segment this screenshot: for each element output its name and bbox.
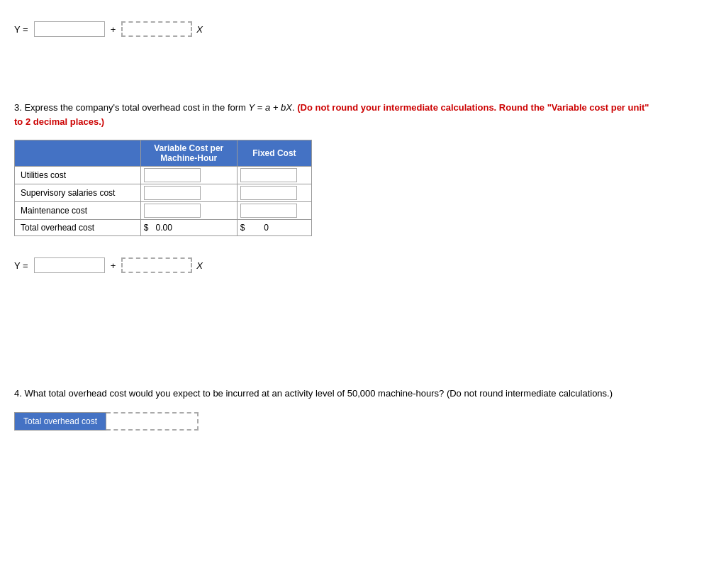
eq2-input2[interactable] <box>121 257 192 273</box>
eq2-label: Y = <box>14 260 28 271</box>
section4: 4. What total overhead cost would you ex… <box>14 387 712 431</box>
th-var-line1: Variable Cost per <box>147 143 231 153</box>
equation1-row: Y = + X <box>14 21 712 37</box>
utilities-var-input[interactable] <box>144 168 201 182</box>
row-utilities-label: Utilities cost <box>15 167 141 184</box>
question3-text: 3. Express the company's total overhead … <box>14 101 652 128</box>
eq2-x-label: X <box>196 260 203 271</box>
th-var-line2: Machine-Hour <box>147 153 231 163</box>
th-fixed-cost: Fixed Cost <box>237 140 311 167</box>
row-total-var-cell: $ 0.00 <box>140 220 237 236</box>
total-overhead-row: Total overhead cost <box>14 412 712 431</box>
q4-text: 4. What total overhead cost would you ex… <box>14 387 652 401</box>
total-fixed-value: 0 <box>247 223 269 233</box>
row-maintenance-label: Maintenance cost <box>15 202 141 220</box>
row-maintenance-fixed-cell <box>237 202 311 220</box>
supervisory-fixed-input[interactable] <box>240 186 297 200</box>
total-var-value: 0.00 <box>151 223 172 233</box>
table-row-utilities: Utilities cost <box>15 167 312 184</box>
row-total-fixed-cell: $ 0 <box>237 220 311 236</box>
eq1-x-label: X <box>196 24 203 35</box>
row-supervisory-fixed-cell <box>237 184 311 202</box>
row-utilities-var-cell <box>140 167 237 184</box>
q3-text-normal: 3. Express the company's total overhead … <box>14 102 297 113</box>
supervisory-var-input[interactable] <box>144 186 201 200</box>
total-fixed-dollar: $ <box>240 223 245 233</box>
th-variable-cost: Variable Cost per Machine-Hour <box>140 140 237 167</box>
eq2-input1[interactable] <box>34 257 105 273</box>
row-maintenance-var-cell <box>140 202 237 220</box>
table-row-supervisory: Supervisory salaries cost <box>15 184 312 202</box>
eq1-plus: + <box>111 24 116 35</box>
th-empty <box>15 140 141 167</box>
table-row-maintenance: Maintenance cost <box>15 202 312 220</box>
total-var-dollar: $ <box>144 223 149 233</box>
row-utilities-fixed-cell <box>237 167 311 184</box>
utilities-fixed-input[interactable] <box>240 168 297 182</box>
equation2-row: Y = + X <box>14 257 712 273</box>
total-overhead-input[interactable] <box>106 412 199 431</box>
maintenance-fixed-input[interactable] <box>240 204 297 218</box>
eq1-input2[interactable] <box>121 21 192 37</box>
row-total-label: Total overhead cost <box>15 220 141 236</box>
eq2-plus: + <box>111 260 116 271</box>
maintenance-var-input[interactable] <box>144 204 201 218</box>
total-overhead-label: Total overhead cost <box>14 412 106 431</box>
eq1-label: Y = <box>14 24 28 35</box>
cost-table: Variable Cost per Machine-Hour Fixed Cos… <box>14 140 312 236</box>
q4-text-bold-red: (Do not round intermediate calculations.… <box>447 388 613 399</box>
row-supervisory-label: Supervisory salaries cost <box>15 184 141 202</box>
q4-text-normal: 4. What total overhead cost would you ex… <box>14 388 447 399</box>
eq1-input1[interactable] <box>34 21 105 37</box>
row-supervisory-var-cell <box>140 184 237 202</box>
table-row-total: Total overhead cost $ 0.00 $ 0 <box>15 220 312 236</box>
